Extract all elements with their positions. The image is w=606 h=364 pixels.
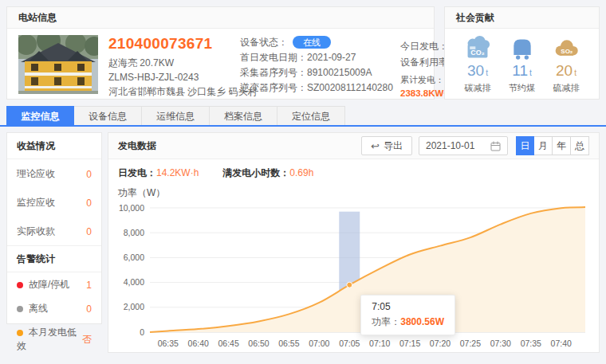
- svg-text:06:55: 06:55: [278, 339, 299, 348]
- full-hours-label: 满发电小时数：: [222, 167, 289, 178]
- export-button[interactable]: ↩ 导出: [361, 136, 412, 155]
- revenue-label: 监控应收: [17, 196, 55, 209]
- co2-reduction-icon: CO₂: [462, 36, 493, 61]
- station-id: 210400073671: [108, 35, 230, 53]
- status-badge: 在线: [293, 36, 331, 49]
- social-body: CO₂ 30t 碳减排 11t 节约煤 SO₂ 20t 硫减排: [445, 29, 599, 94]
- coal-unit: t: [529, 68, 532, 77]
- tab-maintenance-info[interactable]: 运维信息: [142, 106, 210, 126]
- social-contribution-panel: 社会贡献 CO₂ 30t 碳减排 11t 节约煤 SO₂: [444, 6, 600, 100]
- svg-text:06:50: 06:50: [248, 339, 269, 348]
- first-gen-date-value: 2021-09-27: [307, 52, 356, 63]
- collector-sn-value: 89100215009A: [307, 67, 372, 78]
- view-year-button[interactable]: 年: [553, 136, 571, 155]
- so2-reduction-icon: SO₂: [551, 36, 581, 61]
- chart-tooltip: 7:05 功率：3800.56W: [360, 295, 455, 335]
- svg-text:07:40: 07:40: [551, 339, 572, 348]
- co2-unit: t: [486, 68, 488, 77]
- full-hours-value: 0.69h: [289, 167, 313, 178]
- alarm-label: 本月发电低效: [17, 327, 77, 351]
- coal-value: 11: [512, 62, 528, 79]
- calendar-icon: [490, 141, 501, 151]
- revenue-item-actual: 实际收款 0: [7, 217, 101, 245]
- svg-text:07:25: 07:25: [460, 339, 481, 348]
- tab-monitor-info[interactable]: 监控信息: [6, 106, 74, 126]
- tab-archive-info[interactable]: 档案信息: [210, 106, 277, 126]
- view-total-button[interactable]: 总: [571, 136, 589, 155]
- co2-reduction-item: CO₂ 30t 碳减排: [458, 36, 498, 94]
- generation-chart-svg[interactable]: 02,0004,0006,0008,00010,00006:3506:4006:…: [118, 202, 591, 358]
- revenue-label: 理论应收: [17, 167, 55, 181]
- station-info-panel: 电站信息 210400073671 赵海亮 20.7KW ZLMS-HBJ-ZJ…: [6, 6, 435, 100]
- svg-text:07:15: 07:15: [399, 339, 420, 348]
- so2-unit: t: [574, 68, 576, 77]
- station-identity: 210400073671 赵海亮 20.7KW ZLMS-HBJ-ZJL-024…: [108, 35, 230, 99]
- device-status-label: 设备状态：: [240, 37, 288, 48]
- daily-gen-label: 日发电：: [118, 167, 156, 178]
- tab-location-info[interactable]: 定位信息: [277, 106, 345, 126]
- svg-text:06:35: 06:35: [158, 339, 179, 348]
- station-body: 210400073671 赵海亮 20.7KW ZLMS-HBJ-ZJL-024…: [7, 29, 434, 105]
- date-picker-value: 2021-10-01: [426, 140, 490, 151]
- svg-text:07:00: 07:00: [309, 339, 329, 348]
- chart-panel-title: 发电数据: [118, 139, 361, 153]
- svg-text:10,000: 10,000: [119, 203, 144, 213]
- y-axis-title: 功率（W）: [118, 186, 589, 200]
- revenue-value: 0: [86, 198, 92, 209]
- first-gen-date-label: 首日发电日期：: [240, 52, 307, 63]
- social-panel-title: 社会贡献: [445, 7, 599, 29]
- so2-label: 硫减排: [546, 82, 586, 94]
- station-photo: [18, 35, 98, 94]
- coal-saving-item: 11t 节约煤: [502, 36, 542, 94]
- alarm-value: 0: [86, 303, 92, 315]
- svg-text:2,000: 2,000: [124, 302, 144, 311]
- alarm-value: 1: [86, 280, 92, 291]
- svg-text:6,000: 6,000: [124, 252, 144, 262]
- alarm-item-fault: 故障/停机 1: [7, 272, 101, 296]
- export-button-label: 导出: [384, 139, 403, 153]
- co2-value: 30: [467, 62, 484, 79]
- revenue-label: 实际收款: [17, 225, 55, 238]
- chart-area: 02,0004,0006,0008,00010,00006:3506:4006:…: [118, 202, 591, 358]
- station-panel-title: 电站信息: [7, 7, 434, 29]
- date-picker[interactable]: 2021-10-01: [419, 136, 508, 155]
- revenue-item-monitored: 监控应收 0: [7, 188, 101, 217]
- offline-dot-icon: [17, 306, 23, 312]
- tooltip-time: 7:05: [372, 301, 444, 312]
- svg-text:07:20: 07:20: [430, 339, 451, 348]
- tooltip-value: 3800.56W: [400, 316, 444, 327]
- station-code: ZLMS-HBJ-ZJL-0243: [108, 70, 230, 84]
- coal-saving-icon: [507, 36, 537, 61]
- svg-text:4,000: 4,000: [124, 277, 144, 287]
- main-tabbar: 监控信息 设备信息 运维信息 档案信息 定位信息: [6, 106, 345, 126]
- view-day-button[interactable]: 日: [516, 136, 534, 155]
- svg-text:06:40: 06:40: [188, 339, 209, 348]
- sidebar-panel: 收益情况 理论应收 0 监控应收 0 实际收款 0 告警统计 故障/停机 1 离…: [6, 132, 102, 324]
- revenue-section-title: 收益情况: [7, 133, 101, 159]
- inverter-sn-label: 逆变器序列号：: [240, 82, 307, 93]
- revenue-item-theoretical: 理论应收 0: [7, 159, 101, 188]
- alarm-label: 离线: [29, 303, 48, 314]
- inverter-sn-value: SZ00208112140280: [307, 82, 393, 93]
- tab-device-info[interactable]: 设备信息: [74, 106, 142, 126]
- alarm-item-offline: 离线 0: [7, 296, 101, 320]
- station-owner: 赵海亮 20.7KW: [108, 56, 230, 70]
- station-address: 河北省邯郸市魏县 沙口集乡 码头村: [108, 84, 230, 99]
- svg-text:SO₂: SO₂: [561, 48, 573, 55]
- svg-text:07:35: 07:35: [521, 339, 541, 348]
- fault-dot-icon: [17, 282, 23, 288]
- alarm-value: 否: [82, 333, 92, 346]
- low-efficiency-dot-icon: [17, 330, 23, 336]
- svg-text:0: 0: [140, 327, 144, 337]
- collector-sn-label: 采集器序列号：: [240, 67, 307, 78]
- svg-text:8,000: 8,000: [124, 228, 144, 237]
- generation-data-panel: 发电数据 ↩ 导出 2021-10-01 日 月 年 总 日发电：14.2KW·…: [108, 132, 600, 353]
- alarm-label: 故障/停机: [29, 279, 69, 290]
- export-arrow-icon: ↩: [371, 141, 380, 151]
- view-month-button[interactable]: 月: [534, 136, 553, 155]
- svg-text:07:10: 07:10: [369, 339, 390, 348]
- tooltip-label: 功率：: [372, 316, 400, 327]
- so2-reduction-item: SO₂ 20t 硫减排: [546, 36, 586, 94]
- so2-value: 20: [556, 62, 573, 79]
- svg-text:06:45: 06:45: [218, 339, 238, 348]
